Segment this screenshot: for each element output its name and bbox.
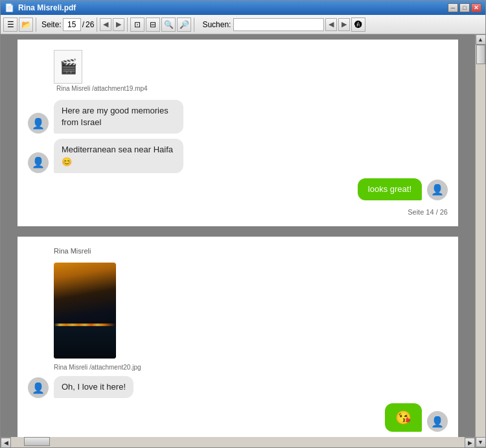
scroll-thumb-v[interactable]: [476, 45, 485, 64]
avatar-right-1: 👤: [427, 180, 448, 200]
search-options-button[interactable]: 🅐: [351, 18, 365, 32]
avatar-right-2: 👤: [427, 411, 448, 432]
search-next-button[interactable]: ▶: [338, 18, 350, 31]
separator-1: [36, 18, 36, 32]
separator-3: [127, 18, 128, 32]
minimize-button[interactable]: ─: [448, 3, 458, 12]
avatar-left-3: 👤: [28, 377, 49, 398]
chat-container-2: Rina Misreli: [28, 247, 448, 432]
page-indicator: Seite: / 26: [39, 18, 94, 31]
img-attachment-row: [28, 263, 448, 359]
attachment-row: 🎬 Rina Misreli /attachment19.mp4: [28, 50, 448, 95]
msg-left-3: 👤 Oh, I love it here!: [28, 376, 448, 398]
beach-image: [54, 263, 116, 359]
page-separator: /: [82, 20, 84, 29]
app-window: 📄 Rina Misreli.pdf ─ □ ✕ ☰ 📂 Seite: / 26…: [0, 0, 486, 448]
attachment-label-2: Rina Misreli /attachment20.jpg: [54, 364, 141, 371]
search-bar: Suchen:: [200, 18, 324, 31]
toolbar: ☰ 📂 Seite: / 26 ◀ ▶ ⊡ ⊟ 🔍 🔎 Suchen: ◀ ▶ …: [1, 15, 485, 34]
image-attachment: [54, 263, 116, 359]
pdf-page-14: 🎬 Rina Misreli /attachment19.mp4 👤 Here …: [17, 40, 458, 226]
sender-row: Rina Misreli: [28, 247, 448, 257]
app-icon: 📄: [5, 3, 14, 12]
msg-left-1: 👤 Here are my good memories from Israel: [28, 100, 448, 134]
scroll-track-h[interactable]: [11, 437, 465, 447]
bubble-left-2: Mediterranean sea near Haifa 😊: [54, 139, 183, 172]
sender-name: Rina Misreli: [54, 247, 91, 255]
pdf-pages: 🎬 Rina Misreli /attachment19.mp4 👤 Here …: [1, 34, 475, 437]
separator-2: [97, 18, 97, 32]
pdf-area: 🎬 Rina Misreli /attachment19.mp4 👤 Here …: [1, 34, 475, 447]
page-label: Seite:: [41, 20, 62, 29]
main-content: 🎬 Rina Misreli /attachment19.mp4 👤 Here …: [1, 34, 485, 447]
window-title: Rina Misreli.pdf: [18, 3, 76, 12]
attachment-label-1: Rina Misreli /attachment19.mp4: [56, 85, 148, 92]
page-input[interactable]: [63, 18, 81, 31]
fit-page-button[interactable]: ⊡: [130, 18, 145, 32]
title-bar: 📄 Rina Misreli.pdf ─ □ ✕: [1, 1, 485, 15]
bubble-left-1: Here are my good memories from Israel: [54, 100, 183, 134]
scroll-down-arrow[interactable]: ▼: [476, 437, 486, 447]
video-icon: 🎬: [54, 50, 82, 84]
separator-4: [194, 18, 194, 32]
title-bar-left: 📄 Rina Misreli.pdf: [5, 3, 76, 12]
open-button[interactable]: 📂: [19, 18, 33, 32]
scroll-track-v[interactable]: [476, 45, 485, 437]
scroll-right-arrow[interactable]: ▶: [465, 438, 475, 448]
zoom-in-button[interactable]: 🔍: [161, 18, 176, 32]
bubble-left-3: Oh, I love it here!: [54, 376, 133, 398]
msg-right-1: looks great! 👤: [28, 178, 448, 200]
next-page-button[interactable]: ▶: [113, 18, 124, 31]
page-total: 26: [86, 20, 94, 29]
bubble-right-emoji: 😘: [385, 403, 422, 432]
menu-button[interactable]: ☰: [3, 18, 17, 32]
pdf-page-15: Rina Misreli: [17, 237, 458, 437]
prev-page-button[interactable]: ◀: [100, 18, 111, 31]
zoom-out-button[interactable]: 🔎: [177, 18, 191, 32]
water-area: [54, 326, 116, 359]
window-controls: ─ □ ✕: [448, 3, 481, 12]
search-label: Suchen:: [202, 20, 231, 29]
video-attachment: 🎬 Rina Misreli /attachment19.mp4: [54, 50, 148, 92]
avatar-left-2: 👤: [28, 152, 49, 173]
msg-left-2: 👤 Mediterranean sea near Haifa 😊: [28, 139, 448, 172]
msg-right-2: 😘 👤: [28, 403, 448, 432]
close-button[interactable]: ✕: [471, 3, 481, 12]
search-prev-button[interactable]: ◀: [325, 18, 337, 31]
scroll-up-arrow[interactable]: ▲: [476, 34, 486, 45]
scrollbar-vertical: ▲ ▼: [475, 34, 485, 447]
bubble-right-1: looks great!: [358, 178, 422, 200]
fit-width-button[interactable]: ⊟: [146, 18, 160, 32]
img-label-row: Rina Misreli /attachment20.jpg: [28, 364, 448, 371]
scrollbar-horizontal: ◀ ▶: [1, 437, 475, 447]
maximize-button[interactable]: □: [459, 3, 470, 12]
search-input[interactable]: [233, 18, 324, 31]
chat-container-1: 🎬 Rina Misreli /attachment19.mp4 👤 Here …: [28, 50, 448, 216]
scroll-left-arrow[interactable]: ◀: [1, 438, 11, 448]
scroll-thumb-h[interactable]: [24, 437, 50, 446]
page-number-1: Seite 14 / 26: [28, 206, 448, 216]
avatar-left-1: 👤: [28, 113, 49, 134]
